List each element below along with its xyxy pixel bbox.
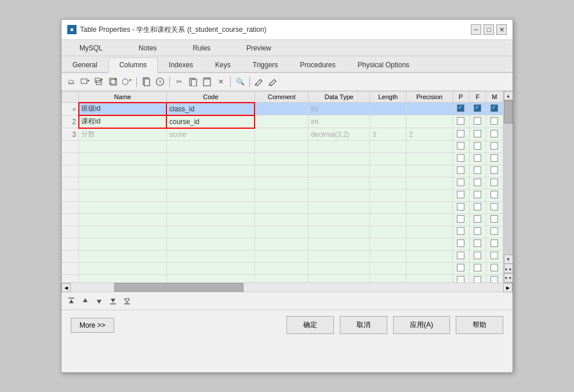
table-row-empty <box>62 238 503 251</box>
scroll-h-track[interactable] <box>71 283 503 292</box>
row-1-datatype[interactable]: int <box>308 103 370 115</box>
col-header-m: M <box>486 92 503 103</box>
svg-marker-30 <box>111 299 115 303</box>
toolbar-btn-add1[interactable] <box>79 75 92 88</box>
scroll-down-arrow[interactable]: ▼ <box>504 255 513 264</box>
table-row[interactable]: ≡ 班级id class_id int <box>62 103 503 115</box>
row-3-comment[interactable] <box>255 128 308 141</box>
toolbar-btn-copy2[interactable] <box>187 75 199 88</box>
tab-general[interactable]: General <box>61 57 108 72</box>
svg-text:?: ? <box>158 79 161 85</box>
row-2-p[interactable] <box>452 115 469 128</box>
move-top-btn[interactable] <box>65 295 78 307</box>
help-button[interactable]: 帮助 <box>456 316 503 334</box>
row-2-length[interactable] <box>370 115 406 128</box>
toolbar-btn-edit2[interactable] <box>267 75 279 88</box>
row-3-p[interactable] <box>452 128 469 141</box>
toolbar-btn-folder[interactable]: 🗂 <box>65 75 78 88</box>
main-window: ■ Table Properties - 学生和课程关系 (t_student_… <box>61 19 513 373</box>
toolbar-btn-search[interactable]: 🔍 <box>234 75 246 88</box>
row-2-precision[interactable] <box>406 115 452 128</box>
tab-keys[interactable]: Keys <box>204 57 242 72</box>
move-bottom-btn[interactable] <box>107 295 119 307</box>
move-up-btn[interactable] <box>79 295 92 307</box>
row-2-f[interactable] <box>469 115 486 128</box>
more-button[interactable]: More >> <box>71 318 114 333</box>
row-3-datatype[interactable]: decimal(3,2) <box>308 128 370 141</box>
svg-rect-15 <box>144 79 150 86</box>
row-3-precision[interactable]: 2 <box>406 128 452 141</box>
row-1-name[interactable]: 班级id <box>79 103 167 115</box>
toolbar-btn-add3[interactable] <box>107 75 119 88</box>
apply-button[interactable]: 应用(A) <box>393 316 450 334</box>
svg-point-11 <box>122 79 128 85</box>
scroll-track[interactable] <box>504 100 513 255</box>
close-button[interactable]: ✕ <box>496 24 507 35</box>
cancel-button[interactable]: 取消 <box>340 316 387 334</box>
tab-mysql[interactable]: MySQL <box>61 40 121 56</box>
svg-marker-32 <box>125 299 129 303</box>
table-row-empty <box>62 190 503 202</box>
table-scroll-area: Name Code Comment Data Type Length Preci… <box>61 91 513 282</box>
svg-rect-0 <box>81 79 87 84</box>
table-row[interactable]: 3 分数 score decimal(3,2) 3 2 <box>62 128 503 141</box>
row-1-length[interactable] <box>370 103 406 115</box>
scroll-to-top-arrow[interactable]: ▲▲ <box>504 264 513 273</box>
row-1-p[interactable] <box>452 103 469 115</box>
row-3-f[interactable] <box>469 128 486 141</box>
tab-physical[interactable]: Physical Options <box>347 57 420 72</box>
col-header-precision: Precision <box>406 92 452 103</box>
table-row-empty <box>62 251 503 263</box>
tab-columns[interactable]: Columns <box>108 57 158 73</box>
row-1-m[interactable] <box>486 103 503 115</box>
tab-indexes[interactable]: Indexes <box>158 57 204 72</box>
ok-button[interactable]: 确定 <box>286 316 334 334</box>
window-icon: ■ <box>67 25 77 34</box>
row-1-f[interactable] <box>469 103 486 115</box>
row-3-m[interactable] <box>486 128 503 141</box>
row-2-m[interactable] <box>486 115 503 128</box>
row-2-comment[interactable] <box>255 115 308 128</box>
row-num-2: 2 <box>62 115 79 128</box>
toolbar-btn-paste[interactable] <box>201 75 213 88</box>
move-down-btn[interactable] <box>93 295 106 307</box>
col-header-p: P <box>452 92 469 103</box>
row-1-code[interactable]: class_id <box>166 103 255 115</box>
scroll-up-arrow[interactable]: ▲ <box>504 91 513 100</box>
row-num-1: ≡ <box>62 103 79 115</box>
scroll-h-thumb[interactable] <box>114 283 244 292</box>
tab-notes[interactable]: Notes <box>121 40 175 56</box>
toolbar-btn-edit1[interactable] <box>253 75 266 88</box>
move-special-btn[interactable] <box>121 295 133 307</box>
bottom-toolbar <box>61 292 513 310</box>
svg-marker-28 <box>97 300 101 304</box>
toolbar-btn-delete[interactable]: ✕ <box>215 75 227 88</box>
scroll-right-arrow[interactable]: ▶ <box>503 283 513 292</box>
maximize-button[interactable]: □ <box>484 24 494 35</box>
toolbar-btn-copy[interactable] <box>140 75 152 88</box>
table-row[interactable]: 2 课程id course_id int <box>62 115 503 128</box>
toolbar-btn-help[interactable]: ? <box>154 75 166 88</box>
row-3-name[interactable]: 分数 <box>79 128 167 141</box>
svg-marker-27 <box>83 298 88 302</box>
row-3-length[interactable]: 3 <box>370 128 406 141</box>
tab-preview[interactable]: Preview <box>228 40 289 56</box>
tab-triggers[interactable]: Triggers <box>242 57 289 72</box>
toolbar-btn-add2[interactable] <box>93 75 106 88</box>
tab-procedures[interactable]: Procedures <box>289 57 346 72</box>
scroll-thumb[interactable] <box>504 100 513 124</box>
row-1-precision[interactable] <box>406 103 452 115</box>
tab-rules[interactable]: Rules <box>175 40 228 56</box>
row-3-code[interactable]: score <box>166 128 255 141</box>
toolbar-btn-cut[interactable]: ✂ <box>173 75 186 88</box>
scroll-to-bottom-arrow[interactable]: ▼▼ <box>504 273 513 282</box>
row-2-code[interactable]: course_id <box>166 115 255 128</box>
toolbar-sep-3 <box>230 77 231 87</box>
scroll-left-arrow[interactable]: ◀ <box>61 283 71 292</box>
svg-line-22 <box>260 79 262 81</box>
row-2-name[interactable]: 课程id <box>79 115 167 128</box>
row-2-datatype[interactable]: int <box>308 115 370 128</box>
minimize-button[interactable]: ─ <box>471 24 481 35</box>
toolbar-btn-add4[interactable] <box>121 75 133 88</box>
row-1-comment[interactable] <box>255 103 308 115</box>
